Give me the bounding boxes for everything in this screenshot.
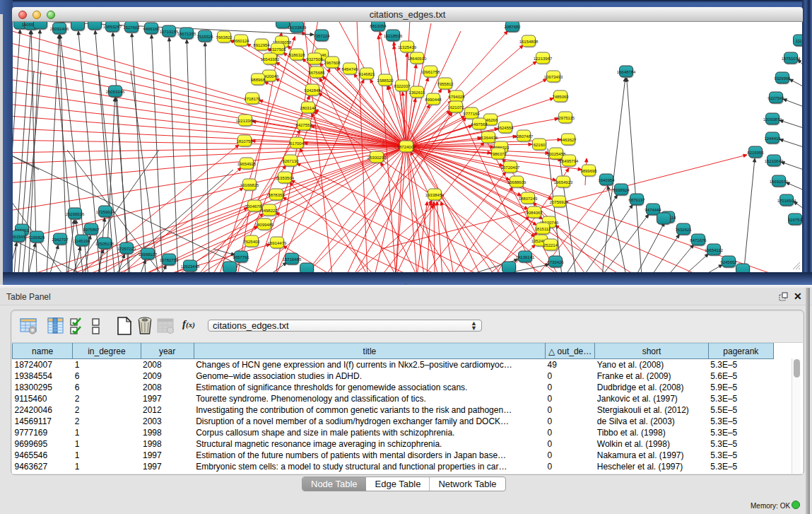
svg-text:8215955: 8215955 [747, 151, 764, 155]
svg-text:9084067: 9084067 [526, 211, 543, 215]
svg-text:1527602: 1527602 [123, 25, 140, 30]
svg-text:12213967: 12213967 [534, 57, 553, 61]
svg-text:10853267: 10853267 [103, 25, 122, 29]
svg-text:1362615: 1362615 [408, 90, 425, 95]
svg-text:1815112: 1815112 [535, 227, 552, 231]
svg-text:8186328: 8186328 [288, 53, 305, 57]
svg-text:15716485: 15716485 [283, 257, 302, 262]
svg-text:16914479: 16914479 [268, 241, 287, 245]
svg-text:3675685: 3675685 [308, 71, 325, 75]
svg-text:2942737: 2942737 [52, 238, 69, 242]
svg-text:7632621: 7632621 [675, 228, 692, 232]
svg-text:20206536: 20206536 [66, 212, 85, 216]
svg-text:17359924: 17359924 [96, 210, 115, 214]
svg-text:1621072: 1621072 [447, 105, 464, 110]
svg-text:2967608: 2967608 [324, 61, 341, 65]
svg-text:617004: 617004 [290, 141, 305, 146]
svg-text:15692971: 15692971 [770, 180, 789, 184]
svg-text:9329966: 9329966 [774, 76, 791, 81]
svg-text:15720407: 15720407 [501, 165, 520, 170]
svg-text:2087682: 2087682 [504, 25, 521, 29]
svg-text:9245652: 9245652 [720, 260, 737, 264]
svg-text:14136141: 14136141 [516, 255, 535, 259]
svg-text:8660124: 8660124 [233, 39, 249, 43]
svg-text:25300293: 25300293 [367, 156, 387, 160]
svg-text:19218506: 19218506 [384, 34, 403, 38]
svg-text:14099489: 14099489 [255, 223, 274, 227]
svg-text:12505135: 12505135 [95, 242, 114, 246]
svg-text:20756928: 20756928 [550, 200, 569, 204]
svg-text:6794028: 6794028 [448, 95, 465, 99]
svg-text:21364436: 21364436 [479, 136, 498, 140]
svg-text:9777169: 9777169 [463, 112, 480, 116]
svg-text:16210643: 16210643 [765, 159, 784, 163]
svg-text:10807487: 10807487 [514, 134, 534, 139]
svg-text:6466160: 6466160 [143, 27, 160, 31]
svg-text:16543382: 16543382 [261, 57, 280, 62]
svg-text:391549: 391549 [12, 235, 26, 239]
svg-text:1156829: 1156829 [29, 235, 46, 240]
svg-text:6879197: 6879197 [628, 198, 645, 202]
svg-text:26091406: 26091406 [50, 27, 69, 31]
svg-text:7986372: 7986372 [490, 152, 507, 156]
svg-text:18724007: 18724007 [397, 145, 416, 149]
svg-text:8813054: 8813054 [370, 24, 387, 28]
svg-text:17016504: 17016504 [777, 199, 796, 203]
svg-text:2718176: 2718176 [244, 97, 261, 101]
svg-text:18807249: 18807249 [519, 197, 538, 201]
svg-text:10973493: 10973493 [544, 75, 563, 79]
svg-text:10961758: 10961758 [421, 70, 440, 74]
svg-text:9975867: 9975867 [83, 228, 100, 232]
svg-text:7357224: 7357224 [313, 34, 330, 38]
svg-text:2803144: 2803144 [300, 106, 317, 110]
svg-text:7485063: 7485063 [552, 95, 569, 99]
svg-text:11353504: 11353504 [276, 176, 295, 180]
svg-text:1145194: 1145194 [74, 239, 91, 243]
svg-text:16671355: 16671355 [177, 32, 196, 36]
svg-text:15751074: 15751074 [782, 57, 801, 61]
svg-text:19654923: 19654923 [554, 180, 573, 185]
svg-text:8322037: 8322037 [394, 84, 411, 88]
svg-text:10688609: 10688609 [507, 180, 526, 185]
svg-text:9474444: 9474444 [645, 208, 661, 212]
svg-text:1244419: 1244419 [764, 136, 781, 141]
svg-text:18640910: 18640910 [408, 57, 427, 61]
svg-text:8267130: 8267130 [282, 159, 299, 163]
svg-text:12213369: 12213369 [236, 119, 255, 123]
svg-text:16782759: 16782759 [160, 258, 179, 262]
svg-text:252214: 252214 [543, 243, 558, 247]
svg-text:9463627: 9463627 [560, 138, 577, 142]
svg-text:8878352: 8878352 [268, 193, 285, 197]
svg-text:1640954: 1640954 [598, 178, 615, 182]
svg-text:12093872: 12093872 [763, 117, 782, 122]
svg-text:1810755: 1810755 [236, 139, 253, 144]
svg-text:9899695: 9899695 [580, 169, 597, 173]
svg-text:17357223: 17357223 [117, 247, 136, 251]
svg-text:8912954: 8912954 [253, 43, 270, 47]
svg-text:988968: 988968 [251, 78, 266, 82]
svg-text:16648784: 16648784 [617, 70, 636, 74]
svg-text:16033809: 16033809 [288, 25, 307, 30]
svg-text:62160: 62160 [534, 143, 546, 147]
svg-text:9227542: 9227542 [767, 96, 784, 100]
svg-text:8427552: 8427552 [295, 123, 312, 127]
svg-text:19166825: 19166825 [240, 183, 259, 187]
svg-text:9657791: 9657791 [233, 255, 249, 259]
svg-text:8990448: 8990448 [425, 98, 442, 102]
svg-text:7663822: 7663822 [216, 35, 233, 40]
svg-text:1588520: 1588520 [377, 78, 394, 83]
svg-text:9327508: 9327508 [306, 57, 323, 62]
svg-text:10719155: 10719155 [160, 30, 179, 34]
svg-text:10654112: 10654112 [705, 248, 724, 252]
svg-text:8471676: 8471676 [690, 238, 707, 243]
svg-text:7625402: 7625402 [243, 240, 260, 244]
svg-text:19338454: 19338454 [425, 193, 445, 197]
svg-text:9242848: 9242848 [304, 88, 321, 93]
svg-text:1733426: 1733426 [547, 260, 564, 264]
svg-text:3624554: 3624554 [497, 126, 514, 130]
svg-text:9146821: 9146821 [358, 72, 375, 76]
svg-text:6497568: 6497568 [471, 122, 488, 127]
svg-text:8454749: 8454749 [341, 67, 358, 71]
svg-text:3498222: 3498222 [261, 209, 278, 213]
svg-text:116753: 116753 [788, 218, 802, 222]
